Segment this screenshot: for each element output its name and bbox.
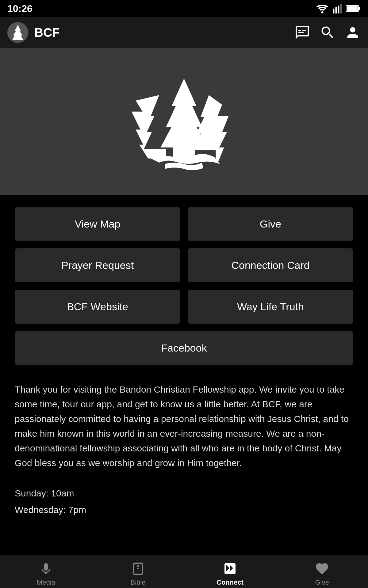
wednesday-schedule: Wednesday: 7pm: [15, 502, 353, 518]
chat-icon[interactable]: [294, 24, 310, 40]
app-bar-left: BCF: [7, 22, 59, 43]
connect-icon: [223, 561, 237, 576]
give-nav-label: Give: [315, 579, 329, 586]
connection-card-button[interactable]: Connection Card: [188, 248, 353, 282]
signal-icon: [332, 4, 343, 13]
nav-give[interactable]: Give: [276, 561, 368, 586]
description-text: Thank you for visiting the Bandon Christ…: [15, 382, 353, 470]
app-bar: BCF: [0, 17, 368, 48]
svg-rect-10: [298, 32, 304, 33]
hero-section: [0, 48, 368, 195]
bible-icon: [131, 561, 145, 576]
give-nav-icon: [315, 561, 329, 576]
bible-label: Bible: [131, 579, 146, 586]
status-icons: [316, 4, 361, 13]
wifi-icon: [316, 4, 329, 13]
svg-point-0: [321, 11, 324, 13]
svg-rect-3: [338, 6, 339, 13]
status-time: 10:26: [7, 3, 33, 14]
nav-connect[interactable]: Connect: [184, 561, 276, 586]
app-title: BCF: [34, 26, 59, 40]
svg-rect-9: [302, 30, 306, 31]
media-icon: [39, 561, 53, 576]
app-logo: [7, 22, 28, 43]
facebook-button[interactable]: Facebook: [15, 331, 353, 365]
prayer-request-button[interactable]: Prayer Request: [15, 248, 180, 282]
app-bar-actions: [294, 24, 361, 40]
connect-label: Connect: [217, 579, 243, 586]
bottom-nav: Media Bible Connect Give: [0, 555, 368, 588]
svg-rect-1: [333, 9, 335, 13]
svg-rect-7: [358, 7, 360, 10]
logo-icon: [9, 23, 27, 42]
hero-logo: [129, 66, 239, 176]
media-label: Media: [37, 579, 55, 586]
schedule: Sunday: 10am Wednesday: 7pm: [15, 485, 353, 518]
view-map-button[interactable]: View Map: [15, 207, 180, 241]
bcf-website-button[interactable]: BCF Website: [15, 290, 180, 324]
status-bar: 10:26: [0, 0, 368, 17]
battery-icon: [346, 4, 361, 13]
nav-media[interactable]: Media: [0, 561, 92, 586]
svg-rect-6: [347, 6, 358, 11]
nav-bible[interactable]: Bible: [92, 561, 184, 586]
main-content: View Map Give Prayer Request Connection …: [0, 195, 368, 555]
button-grid: View Map Give Prayer Request Connection …: [15, 207, 353, 365]
account-icon[interactable]: [345, 24, 361, 40]
search-icon[interactable]: [320, 24, 335, 40]
give-button[interactable]: Give: [188, 207, 353, 241]
svg-rect-2: [335, 7, 337, 13]
sunday-schedule: Sunday: 10am: [15, 485, 353, 502]
svg-rect-8: [298, 30, 301, 31]
svg-rect-4: [340, 4, 342, 13]
way-life-truth-button[interactable]: Way Life Truth: [188, 290, 353, 324]
